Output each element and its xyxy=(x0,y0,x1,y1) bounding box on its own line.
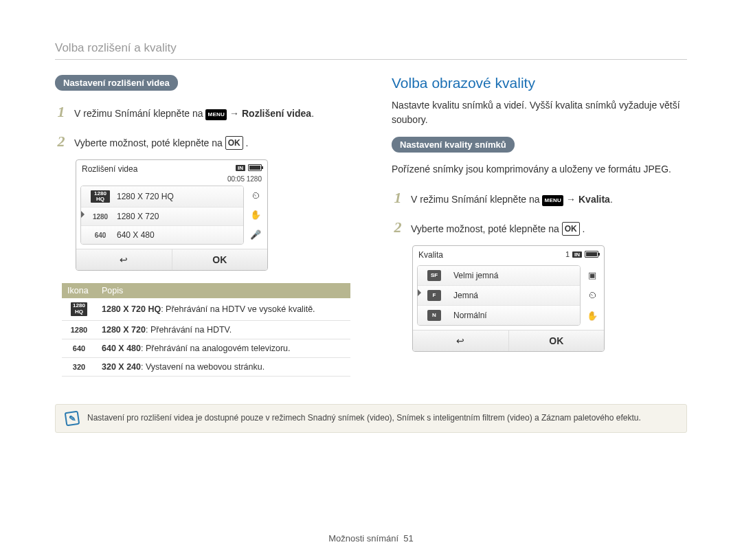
table-row: 12801280 X 720: Přehrávání na HDTV. xyxy=(62,320,350,339)
option-label: Velmi jemná xyxy=(453,271,498,280)
row-desc-cell: 320 X 240: Vystavení na webovou stránku. xyxy=(96,357,350,376)
ok-icon: OK xyxy=(562,222,580,236)
step-1: 1 V režimu Snímání klepněte na MENU → Ro… xyxy=(55,100,350,123)
table-row: 1280 HQ1280 X 720 HQ: Přehrávání na HDTV… xyxy=(62,298,350,320)
mic-icon: 🎤 xyxy=(250,229,261,240)
step-number: 1 xyxy=(392,186,404,209)
in-badge: IN xyxy=(236,165,245,171)
row-desc-cell: 1280 X 720: Přehrávání na HDTV. xyxy=(96,320,350,339)
quality-icon: SF xyxy=(427,270,441,281)
table-row: 320320 X 240: Vystavení na webovou strán… xyxy=(62,357,350,376)
step-number: 2 xyxy=(392,216,404,238)
battery-icon xyxy=(248,164,262,171)
page-footer: Možnosti snímání 51 xyxy=(0,533,742,544)
lcd-video-resolution: Rozlišení videa IN 00:05 1280 1280 HQ128… xyxy=(76,159,268,271)
footer-section: Možnosti snímání xyxy=(328,533,398,544)
timer-icon: ⏲ xyxy=(588,290,597,300)
hand-icon: ✋ xyxy=(587,311,598,321)
resolution-table: Ikona Popis 1280 HQ1280 X 720 HQ: Přehrá… xyxy=(62,283,350,377)
lcd-option[interactable]: FJemná xyxy=(418,286,580,306)
step-2-right: 2 Vyberte možnost, poté klepněte na OK . xyxy=(392,216,687,238)
lcd-option[interactable]: NNormální xyxy=(418,306,580,325)
info-note: ✎ Nastavení pro rozlišení videa je dostu… xyxy=(55,404,687,433)
lcd-quality: Kvalita 1 IN SFVelmi jemnáFJemnáNNormáln… xyxy=(412,245,605,352)
info-icon: ✎ xyxy=(65,410,80,426)
lcd-option[interactable]: 12801280 X 720 xyxy=(81,208,243,226)
ok-icon: OK xyxy=(225,136,243,150)
option-label: Jemná xyxy=(453,291,478,300)
battery-icon xyxy=(585,251,598,258)
step2-pre: Vyberte možnost, poté klepněte na xyxy=(74,137,223,148)
th-icon: Ikona xyxy=(62,283,96,298)
menu-icon: MENU xyxy=(205,109,227,120)
r-step1-target: → Kvalita xyxy=(566,194,610,205)
back-button[interactable] xyxy=(76,249,172,270)
menu-icon: MENU xyxy=(542,195,563,206)
option-icon: 1280 HQ xyxy=(91,190,110,203)
step1-target: → Rozlišení videa xyxy=(229,108,311,119)
note-text: Nastavení pro rozlišení videa je dostupn… xyxy=(87,412,641,425)
jpeg-note: Pořízené snímky jsou komprimovány a ulož… xyxy=(392,162,687,177)
quality-intro: Nastavte kvalitu snímků a videí. Vyšší k… xyxy=(392,98,687,127)
hand-icon: ✋ xyxy=(250,210,261,220)
row-icon-cell: 1280 HQ xyxy=(62,298,96,320)
option-label: 1280 X 720 HQ xyxy=(117,192,174,201)
lcd-title: Rozlišení videa xyxy=(82,164,137,174)
th-desc: Popis xyxy=(96,283,350,298)
quality-icon: F xyxy=(427,290,441,301)
lcd-option[interactable]: 640640 X 480 xyxy=(81,226,243,244)
lcd-option-list: 1280 HQ1280 X 720 HQ12801280 X 720640640… xyxy=(80,186,244,245)
step-2: 2 Vyberte možnost, poté klepněte na OK . xyxy=(55,130,350,153)
table-row: 640640 X 480: Přehrávání na analogovém t… xyxy=(62,339,350,357)
lcd-option[interactable]: SFVelmi jemná xyxy=(418,266,580,286)
step-number: 2 xyxy=(55,130,67,153)
row-icon-cell: 1280 xyxy=(62,320,96,339)
section-pill-video-res: Nastavení rozlišení videa xyxy=(55,75,178,91)
in-badge: IN xyxy=(572,251,582,258)
option-icon: 640 xyxy=(91,232,110,239)
lcd-title: Kvalita xyxy=(418,250,443,260)
lcd-subinfo: 00:05 1280 xyxy=(76,175,267,186)
back-button[interactable] xyxy=(413,331,509,351)
row-icon-cell: 640 xyxy=(62,339,96,357)
section-heading-quality: Volba obrazové kvality xyxy=(392,75,687,91)
ok-button[interactable]: OK xyxy=(509,331,605,351)
aspect-icon: ▣ xyxy=(588,270,596,280)
row-desc-cell: 640 X 480: Přehrávání na analogovém tele… xyxy=(96,339,350,357)
r-step2-pre: Vyberte možnost, poté klepněte na xyxy=(411,223,559,234)
option-label: 1280 X 720 xyxy=(117,212,159,221)
step1-pre: V režimu Snímání klepněte na xyxy=(74,108,203,119)
option-label: 640 X 480 xyxy=(117,230,155,240)
counter: 1 xyxy=(565,250,570,258)
option-label: Normální xyxy=(453,311,487,320)
r-step1-pre: V režimu Snímání klepněte na xyxy=(411,194,540,205)
page-title: Volba rozlišení a kvality xyxy=(55,41,687,60)
quality-icon: N xyxy=(427,310,441,321)
footer-page-number: 51 xyxy=(403,533,413,544)
ok-button[interactable]: OK xyxy=(172,249,268,270)
row-desc-cell: 1280 X 720 HQ: Přehrávání na HDTV ve vys… xyxy=(96,298,350,320)
option-icon: 1280 xyxy=(91,213,110,221)
timer-icon: ⏲ xyxy=(251,190,260,201)
section-pill-image-quality: Nastavení kvality snímků xyxy=(392,137,515,153)
lcd-option-list: SFVelmi jemnáFJemnáNNormální xyxy=(417,265,581,326)
step-1-right: 1 V režimu Snímání klepněte na MENU → Kv… xyxy=(392,186,687,209)
step-number: 1 xyxy=(55,100,67,123)
lcd-option[interactable]: 1280 HQ1280 X 720 HQ xyxy=(81,186,243,208)
row-icon-cell: 320 xyxy=(62,357,96,376)
